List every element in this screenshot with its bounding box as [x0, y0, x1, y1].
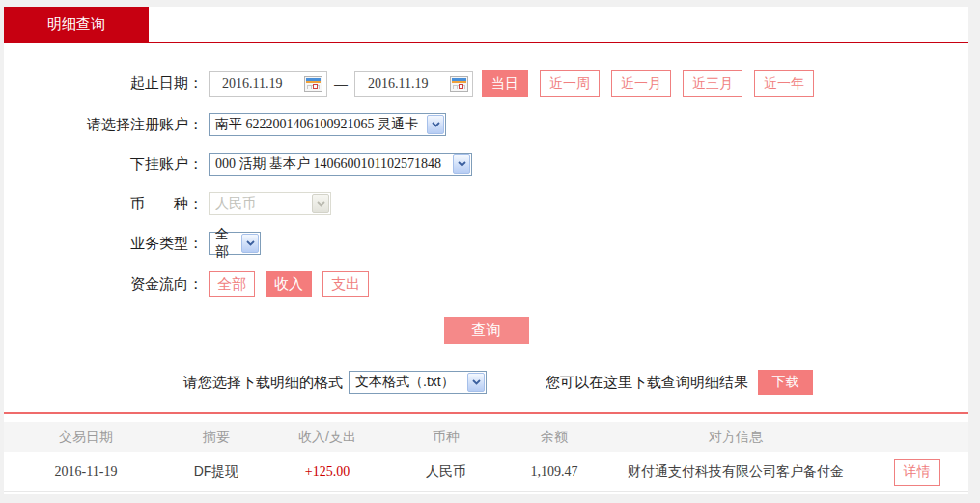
calendar-icon[interactable] [304, 76, 322, 92]
chevron-down-icon [467, 373, 485, 392]
business-type-value: 全部 [215, 226, 237, 261]
calendar-icon[interactable] [450, 76, 468, 92]
detail-query-panel: 明细查询 起止日期： 2016.11.19 — 2016.11.19 当日 近一… [4, 7, 968, 494]
header-counterparty: 对方信息 [606, 429, 865, 446]
query-form: 起止日期： 2016.11.19 — 2016.11.19 当日 近一周 近一月… [4, 43, 968, 395]
chevron-down-icon [241, 234, 259, 253]
download-button[interactable]: 下载 [758, 370, 813, 395]
header-income-expense: 收入/支出 [265, 429, 390, 446]
download-format-select[interactable]: 文本格式（.txt） [349, 371, 487, 394]
register-account-value: 南平 6222001406100921065 灵通卡 [215, 116, 418, 133]
cell-counterparty: 财付通支付科技有限公司客户备付金 [606, 463, 865, 481]
fund-flow-income-button[interactable]: 收入 [266, 271, 312, 297]
header-trade-date: 交易日期 [4, 429, 168, 446]
query-button[interactable]: 查询 [444, 317, 529, 344]
cell-action: 详情 [865, 459, 968, 486]
cell-balance: 1,109.47 [502, 464, 606, 480]
tab-label: 明细查询 [47, 15, 105, 34]
cell-amount: +125.00 [265, 464, 390, 480]
register-account-label: 请选择注册账户： [4, 116, 209, 134]
range-month-button[interactable]: 近一月 [611, 70, 671, 97]
fund-flow-expense-button[interactable]: 支出 [322, 271, 369, 297]
currency-label: 币 种： [4, 195, 209, 213]
range-year-button[interactable]: 近一年 [754, 70, 814, 97]
range-week-button[interactable]: 近一周 [540, 70, 600, 97]
cell-summary: DF提现 [168, 463, 265, 481]
date-range-label: 起止日期： [4, 74, 209, 93]
fund-flow-all-button[interactable]: 全部 [209, 271, 255, 297]
fund-flow-label: 资金流向： [4, 275, 209, 293]
table-top-line [4, 412, 968, 414]
business-type-select[interactable]: 全部 [209, 232, 261, 255]
table-row: 2016-11-19 DF提现 +125.00 人民币 1,109.47 财付通… [4, 452, 968, 492]
tab-detail-query[interactable]: 明细查询 [4, 7, 149, 42]
currency-select: 人民币 [209, 192, 331, 215]
chevron-down-icon [453, 154, 470, 174]
download-hint: 您可以在这里下载查询明细结果 [546, 374, 748, 392]
sub-account-value: 000 活期 基本户 1406600101102571848 [215, 155, 441, 173]
header-summary: 摘要 [168, 429, 265, 446]
register-account-row: 请选择注册账户： 南平 6222001406100921065 灵通卡 [4, 113, 968, 136]
detail-button[interactable]: 详情 [894, 459, 940, 486]
end-date-input[interactable]: 2016.11.19 [354, 71, 473, 97]
sub-account-row: 下挂账户： 000 活期 基本户 1406600101102571848 [4, 153, 968, 176]
download-row: 请您选择下载明细的格式 文本格式（.txt） 您可以在这里下载查询明细结果 下载 [4, 370, 968, 395]
end-date-value: 2016.11.19 [368, 76, 428, 92]
date-range-row: 起止日期： 2016.11.19 — 2016.11.19 当日 近一周 近一月… [4, 70, 968, 97]
currency-value: 人民币 [215, 195, 256, 212]
chevron-down-icon [312, 194, 329, 213]
calendar-day-marker [459, 84, 463, 89]
business-type-label: 业务类型： [4, 235, 209, 253]
cell-trade-date: 2016-11-19 [4, 464, 168, 480]
currency-row: 币 种： 人民币 [4, 192, 968, 215]
range-quarter-button[interactable]: 近三月 [683, 70, 742, 97]
cell-currency: 人民币 [390, 463, 502, 481]
date-separator: — [334, 76, 348, 92]
start-date-value: 2016.11.19 [222, 76, 282, 92]
range-today-button[interactable]: 当日 [482, 70, 528, 97]
results-table: 交易日期 摘要 收入/支出 币种 余额 对方信息 2016-11-19 DF提现… [4, 412, 968, 492]
calendar-day-marker [313, 84, 318, 89]
sub-account-label: 下挂账户： [4, 155, 209, 174]
business-type-row: 业务类型： 全部 [4, 232, 968, 255]
start-date-input[interactable]: 2016.11.19 [209, 71, 327, 97]
fund-flow-row: 资金流向： 全部 收入 支出 [4, 271, 968, 297]
query-button-row: 查询 [4, 317, 968, 344]
header-currency: 币种 [390, 429, 502, 446]
download-format-value: 文本格式（.txt） [355, 374, 455, 391]
table-header-row: 交易日期 摘要 收入/支出 币种 余额 对方信息 [4, 422, 968, 452]
chevron-down-icon [427, 115, 444, 134]
download-format-label: 请您选择下载明细的格式 [183, 374, 343, 392]
register-account-select[interactable]: 南平 6222001406100921065 灵通卡 [209, 113, 446, 136]
header-balance: 余额 [502, 429, 606, 446]
sub-account-select[interactable]: 000 活期 基本户 1406600101102571848 [209, 153, 472, 176]
